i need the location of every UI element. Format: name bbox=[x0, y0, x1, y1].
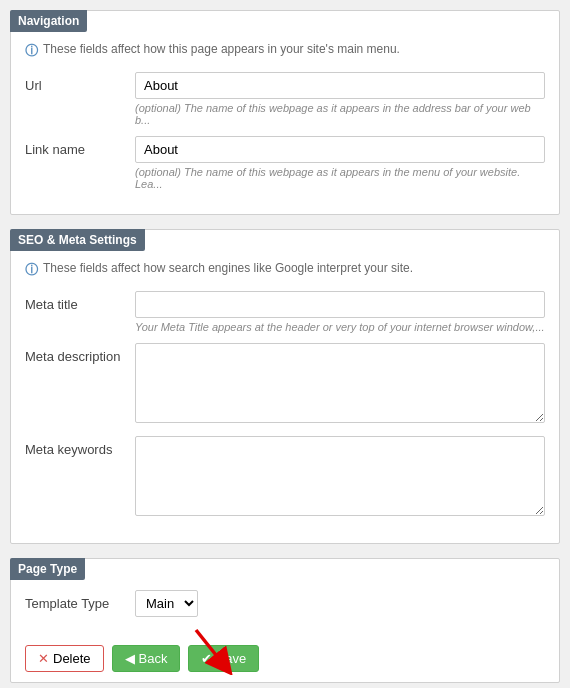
info-icon: ⓘ bbox=[25, 42, 38, 60]
navigation-section: Navigation ⓘ These fields affect how thi… bbox=[10, 10, 560, 215]
meta-description-label: Meta description bbox=[25, 343, 135, 364]
url-hint: (optional) The name of this webpage as i… bbox=[135, 102, 545, 126]
seo-header: SEO & Meta Settings bbox=[10, 229, 145, 251]
meta-title-field-content: Your Meta Title appears at the header or… bbox=[135, 291, 545, 333]
meta-title-input[interactable] bbox=[135, 291, 545, 318]
navigation-info: ⓘ These fields affect how this page appe… bbox=[25, 42, 545, 60]
back-icon: ◀ bbox=[125, 651, 135, 666]
meta-keywords-field-row: Meta keywords bbox=[25, 436, 545, 519]
back-label: Back bbox=[139, 651, 168, 666]
link-name-label: Link name bbox=[25, 136, 135, 157]
template-type-field-content: Main bbox=[135, 590, 545, 617]
delete-icon: ✕ bbox=[38, 651, 49, 666]
footer-actions: ✕ Delete ◀ Back ✔ Save bbox=[11, 635, 559, 682]
template-type-select[interactable]: Main bbox=[135, 590, 198, 617]
save-button[interactable]: ✔ Save bbox=[188, 645, 259, 672]
link-name-input[interactable] bbox=[135, 136, 545, 163]
link-name-field-content: (optional) The name of this webpage as i… bbox=[135, 136, 545, 190]
navigation-info-text: These fields affect how this page appear… bbox=[43, 42, 400, 56]
delete-label: Delete bbox=[53, 651, 91, 666]
navigation-header: Navigation bbox=[10, 10, 87, 32]
page-type-section: Page Type Template Type Main ✕ Delete bbox=[10, 558, 560, 683]
save-label: Save bbox=[216, 651, 246, 666]
meta-keywords-input[interactable] bbox=[135, 436, 545, 516]
meta-title-hint: Your Meta Title appears at the header or… bbox=[135, 321, 545, 333]
seo-section: SEO & Meta Settings ⓘ These fields affec… bbox=[10, 229, 560, 544]
page-type-header: Page Type bbox=[10, 558, 85, 580]
meta-description-input[interactable] bbox=[135, 343, 545, 423]
url-label: Url bbox=[25, 72, 135, 93]
delete-button[interactable]: ✕ Delete bbox=[25, 645, 104, 672]
save-icon: ✔ bbox=[201, 651, 212, 666]
url-field-row: Url (optional) The name of this webpage … bbox=[25, 72, 545, 126]
link-name-field-row: Link name (optional) The name of this we… bbox=[25, 136, 545, 190]
url-input[interactable] bbox=[135, 72, 545, 99]
meta-description-field-row: Meta description bbox=[25, 343, 545, 426]
link-name-hint: (optional) The name of this webpage as i… bbox=[135, 166, 545, 190]
meta-keywords-field-content bbox=[135, 436, 545, 519]
seo-info: ⓘ These fields affect how search engines… bbox=[25, 261, 545, 279]
meta-title-field-row: Meta title Your Meta Title appears at th… bbox=[25, 291, 545, 333]
meta-description-field-content bbox=[135, 343, 545, 426]
template-type-field-row: Template Type Main bbox=[25, 590, 545, 617]
seo-info-icon: ⓘ bbox=[25, 261, 38, 279]
template-type-label: Template Type bbox=[25, 590, 135, 611]
meta-title-label: Meta title bbox=[25, 291, 135, 312]
meta-keywords-label: Meta keywords bbox=[25, 436, 135, 457]
back-button[interactable]: ◀ Back bbox=[112, 645, 181, 672]
seo-info-text: These fields affect how search engines l… bbox=[43, 261, 413, 275]
url-field-content: (optional) The name of this webpage as i… bbox=[135, 72, 545, 126]
